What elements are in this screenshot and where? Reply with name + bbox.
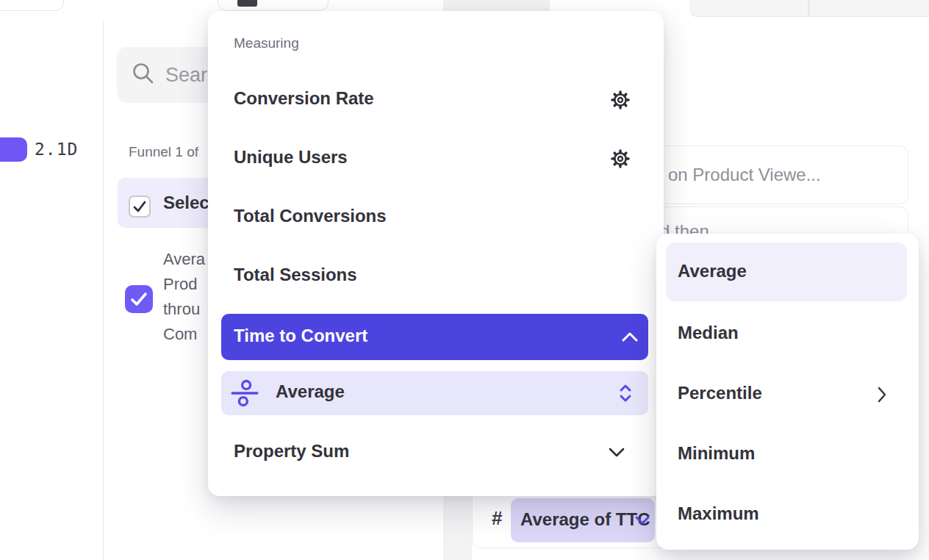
left-panel-divider <box>103 21 104 560</box>
funnel-step-badge <box>0 137 27 162</box>
menu-item-property-sum[interactable]: Property Sum <box>234 441 349 462</box>
menu-item-total-conversions[interactable]: Total Conversions <box>234 206 387 226</box>
submenu-item-minimum[interactable]: Minimum <box>678 443 755 464</box>
aggregation-menu: Average Median Percentile Minimum Maximu… <box>656 234 919 550</box>
funnel-step-badge-label: 2.1D <box>35 140 78 159</box>
chevron-down-icon <box>635 516 650 525</box>
partial-top-right-bar <box>689 0 929 17</box>
search-placeholder: Sear <box>165 64 207 87</box>
submenu-item-maximum[interactable]: Maximum <box>678 503 759 524</box>
select-all-label: Selec <box>163 193 209 213</box>
toolbar-button-icon <box>237 0 257 7</box>
submenu-item-label: Average <box>678 261 747 281</box>
metric-selector[interactable]: Average of TTC <box>511 498 655 542</box>
topbar-divider <box>808 0 810 16</box>
step-checkbox[interactable] <box>125 285 153 313</box>
partial-card-top-left <box>0 0 64 11</box>
menu-item-unique-users[interactable]: Unique Users <box>234 147 348 168</box>
submenu-item-median[interactable]: Median <box>678 323 739 343</box>
menu-item-time-to-convert[interactable]: Time to Convert <box>221 314 648 360</box>
gear-icon[interactable] <box>610 148 631 169</box>
checkmark-icon <box>125 285 153 313</box>
chevron-down-icon[interactable] <box>609 448 625 457</box>
checkmark-icon <box>130 197 149 216</box>
menu-item-label: Average <box>276 381 345 402</box>
menu-item-average-aggregation[interactable]: Average <box>221 371 648 415</box>
chevron-up-icon <box>622 332 638 342</box>
funnel-header: Funnel 1 of <box>129 144 198 160</box>
metric-selector-label: Average of TTC <box>520 509 650 530</box>
menu-item-total-sessions[interactable]: Total Sessions <box>234 265 357 285</box>
step-description: Avera Prod throu Com <box>163 247 205 347</box>
measuring-menu: Measuring Conversion Rate Unique Users <box>208 11 664 496</box>
partial-toolbar-button[interactable] <box>218 0 329 11</box>
submenu-item-average[interactable]: Average <box>666 243 907 301</box>
app-root: Sear 2.1D Funnel 1 of Selec Avera Prod t… <box>0 0 929 560</box>
average-icon <box>230 378 259 408</box>
menu-item-conversion-rate[interactable]: Conversion Rate <box>234 88 374 109</box>
chevron-right-icon <box>878 387 886 403</box>
step-event-text: on Product Viewe... <box>668 165 821 185</box>
submenu-item-percentile[interactable]: Percentile <box>678 383 762 403</box>
menu-item-label: Time to Convert <box>234 326 367 346</box>
chevron-updown-icon <box>618 382 633 404</box>
gear-icon[interactable] <box>610 90 631 110</box>
select-all-checkbox[interactable] <box>129 195 151 218</box>
measuring-menu-header: Measuring <box>234 35 299 51</box>
search-icon <box>130 60 159 90</box>
metric-type-symbol: # <box>492 507 502 530</box>
